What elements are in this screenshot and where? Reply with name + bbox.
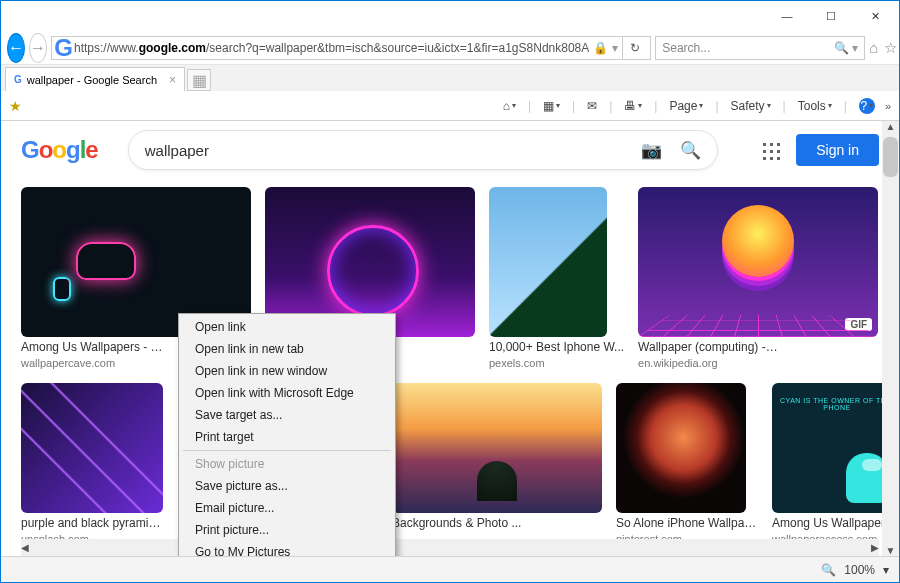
ctx-print-target[interactable]: Print target bbox=[181, 426, 393, 448]
result-thumbnail[interactable] bbox=[392, 383, 602, 513]
result-title: So Alone iPhone Wallpaper -... bbox=[616, 516, 758, 530]
refresh-button[interactable]: ↻ bbox=[622, 37, 646, 59]
cmd-page-menu[interactable]: Page bbox=[669, 99, 703, 113]
search-term: wallpaper bbox=[145, 142, 641, 159]
ctx-open-new-window[interactable]: Open link in new window bbox=[181, 360, 393, 382]
site-favicon: G bbox=[56, 41, 70, 55]
ctx-email-picture[interactable]: Email picture... bbox=[181, 497, 393, 519]
search-placeholder: Search... bbox=[662, 41, 834, 55]
home-icon[interactable]: ⌂ bbox=[869, 39, 878, 57]
ctx-save-picture[interactable]: Save picture as... bbox=[181, 475, 393, 497]
result-thumbnail[interactable] bbox=[21, 383, 163, 513]
cmd-help-button[interactable]: ? bbox=[859, 98, 875, 114]
back-button[interactable]: ← bbox=[7, 33, 25, 63]
image-result[interactable]: CYAN IS THE OWNER OF THIS PHONE Among Us… bbox=[772, 383, 899, 545]
result-source: pexels.com bbox=[489, 357, 624, 369]
status-bar: 🔍 100% ▾ bbox=[1, 556, 899, 582]
favorites-star-icon[interactable]: ★ bbox=[9, 98, 22, 114]
cmd-overflow-icon[interactable]: » bbox=[885, 100, 891, 112]
google-logo[interactable]: Google bbox=[21, 136, 98, 164]
browser-search-box[interactable]: Search... 🔍 ▾ bbox=[655, 36, 865, 60]
ctx-open-link[interactable]: Open link bbox=[181, 316, 393, 338]
cmd-safety-menu[interactable]: Safety bbox=[731, 99, 771, 113]
vertical-scrollbar[interactable]: ▲▼ bbox=[882, 121, 899, 556]
window-minimize-button[interactable]: — bbox=[765, 2, 809, 30]
context-menu: Open link Open link in new tab Open link… bbox=[178, 313, 396, 556]
gif-badge: GIF bbox=[845, 318, 872, 331]
forward-button[interactable]: → bbox=[29, 33, 47, 63]
ctx-open-edge[interactable]: Open link with Microsoft Edge bbox=[181, 382, 393, 404]
tab-title: wallpaper - Google Search bbox=[27, 74, 157, 86]
image-result[interactable]: purple and black pyramid wa unsplash.com bbox=[21, 383, 163, 545]
image-results-grid: Among Us Wallpapers - Wall wallpapercave… bbox=[1, 179, 899, 553]
zoom-dropdown-icon[interactable]: ▾ bbox=[883, 563, 889, 577]
result-title: 10,000+ Best Iphone W... bbox=[489, 340, 624, 354]
browser-nav-bar: ← → G https://www.google.com/search?q=wa… bbox=[1, 31, 899, 65]
cmd-print-button[interactable]: 🖶 bbox=[624, 99, 642, 113]
horizontal-scrollbar[interactable]: ◀▶ bbox=[21, 539, 879, 556]
image-result[interactable]: So Alone iPhone Wallpaper -... pinterest… bbox=[616, 383, 758, 545]
ie-command-bar: ★ ⌂| ▦| ✉| 🖶| Page| Safety| Tools| ? » bbox=[1, 91, 899, 121]
lock-icon: 🔒 bbox=[593, 41, 608, 55]
zoom-icon[interactable]: 🔍 bbox=[821, 563, 836, 577]
window-titlebar: — ☐ ✕ bbox=[1, 1, 899, 31]
google-header: Google wallpaper 📷 🔍 Sign in bbox=[1, 121, 899, 179]
result-thumbnail[interactable]: GIF bbox=[638, 187, 878, 337]
zoom-level: 100% bbox=[844, 563, 875, 577]
result-thumbnail[interactable] bbox=[489, 187, 607, 337]
window-close-button[interactable]: ✕ bbox=[853, 2, 897, 30]
ctx-open-new-tab[interactable]: Open link in new tab bbox=[181, 338, 393, 360]
image-result[interactable]: 10,000+ Best Iphone W... pexels.com bbox=[489, 187, 624, 369]
search-icon: 🔍 bbox=[834, 41, 849, 55]
favorites-icon[interactable]: ☆ bbox=[884, 39, 897, 57]
ctx-show-picture: Show picture bbox=[181, 453, 393, 475]
result-title: purple and black pyramid wa bbox=[21, 516, 163, 530]
google-apps-icon[interactable] bbox=[760, 140, 780, 160]
result-title: Wallpaper (computing) - Wikipedia bbox=[638, 340, 780, 354]
ctx-print-picture[interactable]: Print picture... bbox=[181, 519, 393, 541]
sign-in-button[interactable]: Sign in bbox=[796, 134, 879, 166]
result-title: Among Us Wallpapers - Wall bbox=[21, 340, 163, 354]
cmd-feeds-button[interactable]: ▦ bbox=[543, 99, 560, 113]
cmd-tools-menu[interactable]: Tools bbox=[798, 99, 832, 113]
browser-tab[interactable]: G wallpaper - Google Search × bbox=[5, 67, 185, 91]
url-text: https://www.google.com/search?q=wallpape… bbox=[74, 41, 589, 55]
browser-tab-bar: G wallpaper - Google Search × ▦ bbox=[1, 65, 899, 91]
ctx-save-target[interactable]: Save target as... bbox=[181, 404, 393, 426]
image-result[interactable]: GIF Wallpaper (computing) - Wikipedia en… bbox=[638, 187, 878, 369]
ctx-go-my-pictures[interactable]: Go to My Pictures bbox=[181, 541, 393, 556]
page-content: Google wallpaper 📷 🔍 Sign in Among Us Wa… bbox=[1, 121, 899, 556]
cmd-mail-button[interactable]: ✉ bbox=[587, 99, 597, 113]
image-result[interactable]: Backgrounds & Photo ... bbox=[392, 383, 602, 545]
camera-icon[interactable]: 📷 bbox=[641, 140, 662, 161]
result-thumbnail[interactable] bbox=[616, 383, 746, 513]
tab-close-icon[interactable]: × bbox=[169, 73, 176, 87]
result-title: Among Us Wallpapers -... bbox=[772, 516, 899, 530]
new-tab-button[interactable]: ▦ bbox=[187, 69, 211, 91]
address-bar[interactable]: G https://www.google.com/search?q=wallpa… bbox=[51, 36, 651, 60]
google-search-icon[interactable]: 🔍 bbox=[680, 140, 701, 161]
window-maximize-button[interactable]: ☐ bbox=[809, 2, 853, 30]
result-source: en.wikipedia.org bbox=[638, 357, 878, 369]
google-search-box[interactable]: wallpaper 📷 🔍 bbox=[128, 130, 718, 170]
result-thumbnail[interactable]: CYAN IS THE OWNER OF THIS PHONE bbox=[772, 383, 899, 513]
cmd-home-button[interactable]: ⌂ bbox=[503, 99, 516, 113]
result-title: Backgrounds & Photo ... bbox=[392, 516, 534, 530]
